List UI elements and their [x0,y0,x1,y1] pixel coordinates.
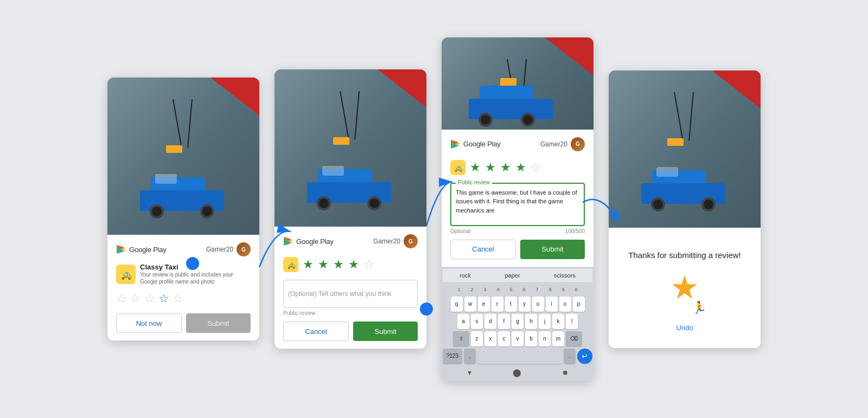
crane-scene-4 [609,70,761,228]
submit-button-1[interactable]: Submit [186,313,251,333]
key-v[interactable]: v [512,331,524,346]
star-2-1[interactable]: ★ [303,259,314,271]
nav-recents-icon[interactable]: ■ [563,368,567,377]
submit-button-3[interactable]: Submit [520,240,585,259]
review-input-2[interactable]: (Optional) Tell others what you think [283,280,418,308]
submit-button-2[interactable]: Submit [353,321,418,341]
star-3-1[interactable]: ★ [470,162,481,173]
red-triangle-4 [712,70,761,108]
review-placeholder-2: (Optional) Tell others what you think [288,290,392,298]
star-1-3[interactable]: ☆ [144,293,155,305]
gamer-row-3: Gamer20 G [540,137,585,151]
car-window-4 [656,167,678,177]
key-z[interactable]: z [471,331,483,346]
stars-row-3[interactable]: 🚕 ★ ★ ★ ★ ☆ [450,158,585,177]
avatar-1: G [237,242,251,256]
key-period[interactable]: . [564,349,576,364]
key-backspace[interactable]: ⌫ [566,331,582,346]
star-2-3[interactable]: ★ [333,259,344,271]
nav-home-icon[interactable]: ⬤ [513,368,521,377]
key-123[interactable]: ?123 [443,349,462,364]
key-l[interactable]: l [566,314,578,329]
star-1-4[interactable]: ☆ [158,293,169,305]
key-shift[interactable]: ⇧ [453,331,469,346]
review-textarea-3[interactable]: Public review This game is awesome, but … [450,183,585,226]
car-wheel-right-3 [521,113,535,127]
key-t[interactable]: t [505,297,517,312]
car-window-2 [322,166,344,176]
key-f[interactable]: f [498,314,510,329]
avatar-2: G [404,234,418,248]
cancel-button-2[interactable]: Cancel [283,321,349,341]
screen-2: Google Play Gamer20 G 🚕 ★ ★ ★ ★ ☆ [275,69,426,349]
key-j[interactable]: j [539,314,551,329]
key-enter[interactable]: ↵ [577,349,592,364]
key-comma[interactable]: , [464,349,476,364]
gplay-header-1: Google Play Gamer20 G [116,242,251,256]
star-3-4[interactable]: ★ [515,162,526,173]
suggestion-rock[interactable]: rock [459,272,471,279]
key-space[interactable] [477,349,562,364]
key-q[interactable]: q [451,297,463,312]
key-m[interactable]: m [552,331,564,346]
app-icon-3: 🚕 [450,160,465,175]
key-s[interactable]: s [471,314,483,329]
undo-button[interactable]: Undo [676,324,693,332]
num-row: 1 2 3 4 5 6 7 8 9 0 [443,284,592,295]
star-3-5[interactable]: ☆ [531,162,541,173]
star-2-4[interactable]: ★ [348,259,359,271]
suggestion-paper[interactable]: paper [505,272,520,279]
cancel-button-3[interactable]: Cancel [450,240,516,259]
key-r[interactable]: r [492,297,503,312]
not-now-button[interactable]: Not now [116,313,182,333]
stars-row-1[interactable]: ☆ ☆ ☆ ☆ ☆ [116,291,251,307]
stars-row-2[interactable]: 🚕 ★ ★ ★ ★ ☆ [283,255,418,274]
star-3-3[interactable]: ★ [500,162,511,173]
blue-dot-1 [186,257,199,270]
key-h[interactable]: h [525,314,537,329]
cable-right-4 [688,92,694,140]
gplay-header-2: Google Play Gamer20 G [283,234,418,248]
key-g[interactable]: g [512,314,524,329]
key-y[interactable]: y [519,297,531,312]
num-8: 8 [544,284,556,295]
key-o[interactable]: o [559,297,571,312]
cable-right [187,99,193,148]
review-meta-3: Optional 100/500 [450,228,585,234]
star-1-2[interactable]: ☆ [130,293,141,305]
hook-block-2 [333,137,349,145]
num-4: 4 [492,284,504,295]
sheet-panel-2: Google Play Gamer20 G 🚕 ★ ★ ★ ★ ☆ [275,227,426,349]
key-d[interactable]: d [484,314,496,329]
phone-screen-4: Thanks for submitting a review! ★ 🏃 Undo [609,70,761,348]
key-w[interactable]: w [464,297,476,312]
nav-back-icon[interactable]: ▾ [468,368,471,377]
suggestion-scissors[interactable]: scissors [554,272,576,279]
key-a[interactable]: a [457,314,469,329]
key-u[interactable]: u [532,297,544,312]
key-i[interactable]: i [546,297,558,312]
star-3-2[interactable]: ★ [485,162,496,173]
star-1-5[interactable]: ☆ [173,293,183,305]
key-b[interactable]: b [525,331,537,346]
key-p[interactable]: p [573,297,585,312]
key-k[interactable]: k [552,314,564,329]
star-2-2[interactable]: ★ [318,259,329,271]
game-header-4 [609,70,761,228]
crane-scene-2 [275,69,426,227]
car-wheel-right [200,204,214,218]
key-c[interactable]: c [498,331,510,346]
hook-block [166,145,182,153]
star-2-5[interactable]: ☆ [363,259,374,271]
game-header-1 [107,78,259,235]
red-triangle-3 [545,37,593,75]
gplay-header-3: Google Play Gamer20 G [450,137,585,151]
review-text-3[interactable]: This game is awesome, but I have a coupl… [456,188,579,215]
star-1-1[interactable]: ☆ [116,293,127,305]
sheet-panel-3: Google Play Gamer20 G 🚕 ★ ★ ★ ★ ☆ [442,130,593,267]
car-wheel-left-3 [478,113,493,127]
key-e[interactable]: e [478,297,490,312]
key-n[interactable]: n [539,331,551,346]
gplay-icon-3 [450,139,460,149]
key-x[interactable]: x [484,331,496,346]
